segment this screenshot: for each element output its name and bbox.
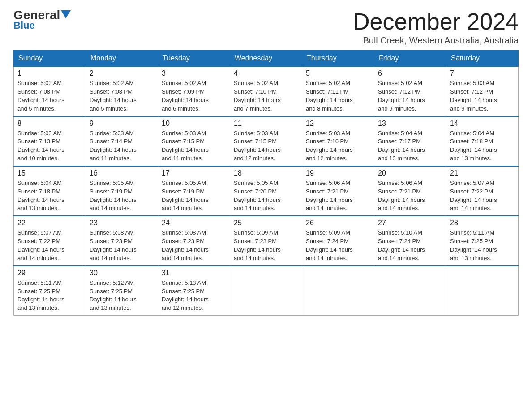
day-number: 18 (234, 169, 298, 177)
day-info: Sunrise: 5:13 AMSunset: 7:25 PMDaylight:… (162, 279, 226, 313)
day-info: Sunrise: 5:11 AMSunset: 7:25 PMDaylight:… (17, 279, 82, 313)
day-number: 19 (306, 169, 370, 177)
calendar-cell (230, 266, 302, 316)
day-info: Sunrise: 5:03 AMSunset: 7:14 PMDaylight:… (90, 129, 154, 163)
calendar-cell: 1Sunrise: 5:03 AMSunset: 7:08 PMDaylight… (14, 66, 86, 116)
calendar-cell: 30Sunrise: 5:12 AMSunset: 7:25 PMDayligh… (86, 266, 158, 316)
calendar-body: 1Sunrise: 5:03 AMSunset: 7:08 PMDaylight… (14, 66, 519, 315)
day-number: 23 (90, 219, 154, 227)
day-info: Sunrise: 5:05 AMSunset: 7:19 PMDaylight:… (162, 179, 226, 213)
day-number: 24 (162, 219, 226, 227)
calendar-cell: 16Sunrise: 5:05 AMSunset: 7:19 PMDayligh… (86, 166, 158, 216)
calendar-cell (302, 266, 374, 316)
day-info: Sunrise: 5:04 AMSunset: 7:18 PMDaylight:… (450, 129, 515, 163)
day-number: 7 (450, 69, 515, 77)
day-number: 1 (17, 69, 82, 77)
day-info: Sunrise: 5:11 AMSunset: 7:25 PMDaylight:… (450, 229, 515, 262)
calendar-cell: 31Sunrise: 5:13 AMSunset: 7:25 PMDayligh… (158, 266, 230, 316)
calendar-week-row: 29Sunrise: 5:11 AMSunset: 7:25 PMDayligh… (14, 266, 519, 316)
day-info: Sunrise: 5:07 AMSunset: 7:22 PMDaylight:… (17, 229, 82, 262)
calendar-cell: 15Sunrise: 5:04 AMSunset: 7:18 PMDayligh… (14, 166, 86, 216)
weekday-header-wednesday: Wednesday (230, 51, 302, 67)
calendar-week-row: 1Sunrise: 5:03 AMSunset: 7:08 PMDaylight… (14, 66, 519, 116)
day-number: 31 (162, 269, 226, 277)
day-number: 9 (90, 120, 154, 128)
calendar-cell: 3Sunrise: 5:02 AMSunset: 7:09 PMDaylight… (158, 66, 230, 116)
day-info: Sunrise: 5:08 AMSunset: 7:23 PMDaylight:… (90, 229, 154, 262)
day-number: 15 (17, 169, 82, 177)
logo-blue: Blue (13, 20, 35, 31)
logo-triangle-icon (61, 10, 71, 18)
day-number: 2 (90, 69, 154, 77)
day-info: Sunrise: 5:03 AMSunset: 7:15 PMDaylight:… (234, 129, 298, 163)
calendar-cell: 19Sunrise: 5:06 AMSunset: 7:21 PMDayligh… (302, 166, 374, 216)
day-number: 30 (90, 269, 154, 277)
calendar-week-row: 15Sunrise: 5:04 AMSunset: 7:18 PMDayligh… (14, 166, 519, 216)
day-info: Sunrise: 5:04 AMSunset: 7:18 PMDaylight:… (17, 179, 82, 213)
day-number: 3 (162, 69, 226, 77)
day-info: Sunrise: 5:03 AMSunset: 7:13 PMDaylight:… (17, 129, 82, 163)
day-info: Sunrise: 5:09 AMSunset: 7:24 PMDaylight:… (306, 229, 370, 262)
day-info: Sunrise: 5:02 AMSunset: 7:10 PMDaylight:… (234, 79, 298, 113)
day-number: 10 (162, 120, 226, 128)
calendar-cell: 27Sunrise: 5:10 AMSunset: 7:24 PMDayligh… (374, 216, 446, 265)
day-info: Sunrise: 5:03 AMSunset: 7:12 PMDaylight:… (450, 79, 515, 113)
day-info: Sunrise: 5:09 AMSunset: 7:23 PMDaylight:… (234, 229, 298, 262)
day-number: 20 (378, 169, 442, 177)
day-info: Sunrise: 5:03 AMSunset: 7:08 PMDaylight:… (17, 79, 82, 113)
location-title: Bull Creek, Western Australia, Australia (353, 35, 519, 46)
day-info: Sunrise: 5:03 AMSunset: 7:15 PMDaylight:… (162, 129, 226, 163)
day-number: 6 (378, 69, 442, 77)
day-number: 28 (450, 219, 515, 227)
calendar-cell: 18Sunrise: 5:05 AMSunset: 7:20 PMDayligh… (230, 166, 302, 216)
day-info: Sunrise: 5:02 AMSunset: 7:11 PMDaylight:… (306, 79, 370, 113)
svg-marker-0 (61, 10, 71, 18)
day-number: 25 (234, 219, 298, 227)
weekday-header-thursday: Thursday (302, 51, 374, 67)
day-number: 11 (234, 120, 298, 128)
day-info: Sunrise: 5:03 AMSunset: 7:16 PMDaylight:… (306, 129, 370, 163)
day-number: 13 (378, 120, 442, 128)
calendar-cell: 6Sunrise: 5:02 AMSunset: 7:12 PMDaylight… (374, 66, 446, 116)
logo: General Blue (13, 9, 71, 31)
calendar-cell (446, 266, 519, 316)
calendar-cell: 26Sunrise: 5:09 AMSunset: 7:24 PMDayligh… (302, 216, 374, 265)
day-info: Sunrise: 5:10 AMSunset: 7:24 PMDaylight:… (378, 229, 442, 262)
day-number: 12 (306, 120, 370, 128)
day-number: 21 (450, 169, 515, 177)
calendar-header-row: SundayMondayTuesdayWednesdayThursdayFrid… (14, 51, 519, 67)
calendar-cell (374, 266, 446, 316)
calendar-cell: 17Sunrise: 5:05 AMSunset: 7:19 PMDayligh… (158, 166, 230, 216)
day-info: Sunrise: 5:04 AMSunset: 7:17 PMDaylight:… (378, 129, 442, 163)
day-number: 4 (234, 69, 298, 77)
calendar-cell: 10Sunrise: 5:03 AMSunset: 7:15 PMDayligh… (158, 116, 230, 166)
calendar-cell: 2Sunrise: 5:02 AMSunset: 7:08 PMDaylight… (86, 66, 158, 116)
day-info: Sunrise: 5:06 AMSunset: 7:21 PMDaylight:… (378, 179, 442, 213)
month-title: December 2024 (353, 9, 519, 34)
day-info: Sunrise: 5:12 AMSunset: 7:25 PMDaylight:… (90, 279, 154, 313)
day-number: 29 (17, 269, 82, 277)
day-number: 27 (378, 219, 442, 227)
calendar-cell: 12Sunrise: 5:03 AMSunset: 7:16 PMDayligh… (302, 116, 374, 166)
calendar-cell: 21Sunrise: 5:07 AMSunset: 7:22 PMDayligh… (446, 166, 519, 216)
calendar-cell: 7Sunrise: 5:03 AMSunset: 7:12 PMDaylight… (446, 66, 519, 116)
page-header: General Blue December 2024 Bull Creek, W… (13, 9, 519, 46)
calendar-cell: 29Sunrise: 5:11 AMSunset: 7:25 PMDayligh… (14, 266, 86, 316)
calendar-cell: 24Sunrise: 5:08 AMSunset: 7:23 PMDayligh… (158, 216, 230, 265)
calendar-cell: 11Sunrise: 5:03 AMSunset: 7:15 PMDayligh… (230, 116, 302, 166)
day-info: Sunrise: 5:05 AMSunset: 7:19 PMDaylight:… (90, 179, 154, 213)
calendar-cell: 9Sunrise: 5:03 AMSunset: 7:14 PMDaylight… (86, 116, 158, 166)
calendar-week-row: 22Sunrise: 5:07 AMSunset: 7:22 PMDayligh… (14, 216, 519, 265)
weekday-header-tuesday: Tuesday (158, 51, 230, 67)
day-info: Sunrise: 5:02 AMSunset: 7:08 PMDaylight:… (90, 79, 154, 113)
calendar-cell: 20Sunrise: 5:06 AMSunset: 7:21 PMDayligh… (374, 166, 446, 216)
day-number: 17 (162, 169, 226, 177)
day-number: 16 (90, 169, 154, 177)
calendar-cell: 14Sunrise: 5:04 AMSunset: 7:18 PMDayligh… (446, 116, 519, 166)
day-number: 22 (17, 219, 82, 227)
calendar-cell: 5Sunrise: 5:02 AMSunset: 7:11 PMDaylight… (302, 66, 374, 116)
weekday-header-friday: Friday (374, 51, 446, 67)
calendar-cell: 22Sunrise: 5:07 AMSunset: 7:22 PMDayligh… (14, 216, 86, 265)
day-number: 26 (306, 219, 370, 227)
weekday-header-saturday: Saturday (446, 51, 519, 67)
